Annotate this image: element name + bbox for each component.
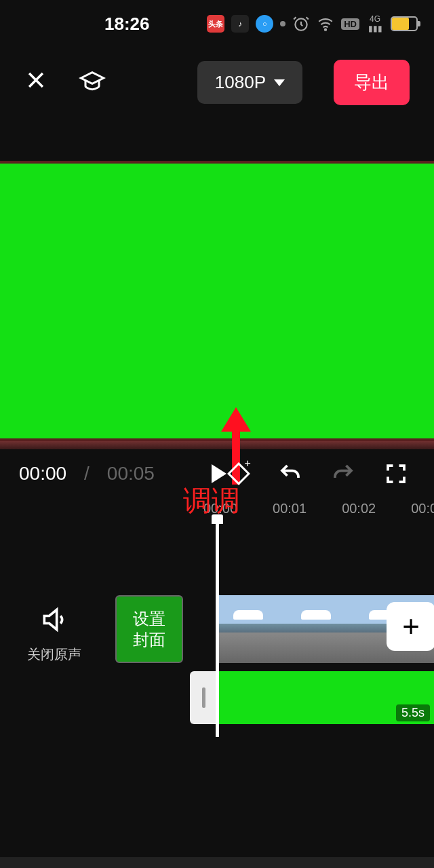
mute-audio-button[interactable]: 关闭原声 bbox=[27, 605, 81, 664]
top-toolbar: 1080P 导出 bbox=[0, 41, 434, 115]
clip-thumbnail[interactable] bbox=[217, 595, 285, 663]
set-cover-button[interactable]: 设置 封面 bbox=[115, 595, 183, 663]
timecode-sep: / bbox=[84, 463, 90, 485]
status-time: 18:26 bbox=[104, 14, 150, 35]
fullscreen-button[interactable] bbox=[384, 461, 408, 486]
app-icon-browser: ○ bbox=[256, 15, 273, 33]
export-button[interactable]: 导出 bbox=[334, 60, 410, 105]
playhead[interactable] bbox=[216, 520, 219, 737]
undo-button[interactable] bbox=[278, 461, 302, 486]
play-keyframe-button[interactable] bbox=[212, 464, 247, 483]
timecode-current: 00:00 bbox=[19, 463, 66, 485]
clip-handle-left[interactable] bbox=[190, 671, 217, 724]
status-dot bbox=[280, 21, 285, 26]
clip-duration-badge: 5.5s bbox=[396, 704, 430, 721]
battery-icon bbox=[391, 16, 418, 31]
status-bar: 18:26 头条 ♪ ○ HD 4G▮▮▮ bbox=[0, 0, 434, 41]
hd-badge: HD bbox=[341, 18, 359, 30]
bottom-toolbar bbox=[0, 857, 434, 868]
app-icon-douyin: ♪ bbox=[231, 15, 249, 33]
svg-point-1 bbox=[325, 29, 326, 31]
ruler-tick-label: 00:03 bbox=[411, 501, 434, 516]
speaker-icon bbox=[39, 605, 69, 635]
preview-area bbox=[0, 161, 434, 449]
signal-icon: 4G▮▮▮ bbox=[366, 15, 384, 33]
timeline[interactable]: 关闭原声 设置 封面 + 5.5s bbox=[0, 523, 434, 808]
timecode-duration: 00:05 bbox=[107, 463, 155, 485]
alarm-icon bbox=[292, 15, 310, 33]
add-clip-button[interactable]: + bbox=[387, 602, 434, 651]
clip-thumbnail[interactable] bbox=[285, 595, 353, 663]
mute-label: 关闭原声 bbox=[27, 645, 81, 664]
tutorial-icon[interactable] bbox=[79, 68, 106, 98]
redo-button[interactable] bbox=[331, 461, 355, 486]
overlay-track[interactable]: 5.5s bbox=[190, 671, 434, 724]
play-icon bbox=[212, 464, 226, 483]
app-icon-toutiao: 头条 bbox=[207, 15, 224, 33]
playback-bar: 00:00 / 00:05 bbox=[0, 449, 434, 486]
resolution-dropdown[interactable]: 1080P bbox=[197, 61, 302, 104]
ruler-tick-label: 00:02 bbox=[342, 501, 376, 516]
ruler-tick-label: 00:01 bbox=[273, 501, 307, 516]
wifi-icon bbox=[317, 15, 334, 33]
close-button[interactable] bbox=[24, 67, 47, 98]
keyframe-icon bbox=[227, 462, 250, 485]
video-preview[interactable] bbox=[0, 161, 434, 449]
overlay-clip[interactable]: 5.5s bbox=[217, 671, 434, 724]
